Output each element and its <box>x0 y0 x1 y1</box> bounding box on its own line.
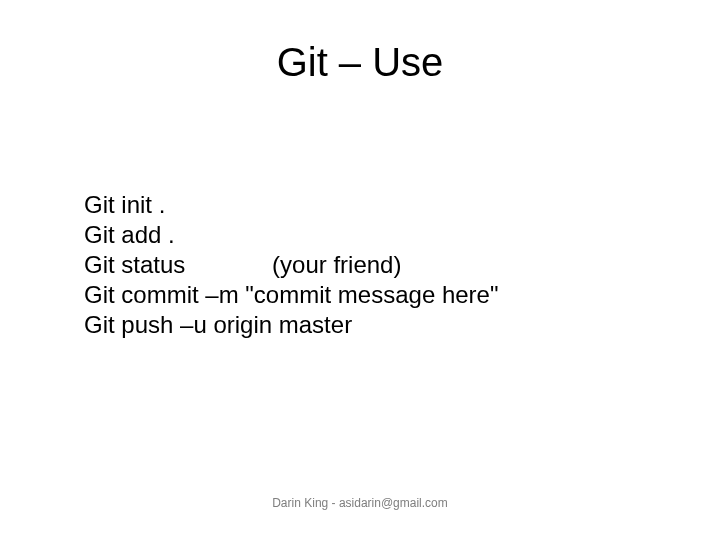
code-line: Git status (your friend) <box>84 250 644 280</box>
slide-title: Git – Use <box>0 40 720 85</box>
slide: Git – Use Git init . Git add . Git statu… <box>0 0 720 540</box>
code-line: Git init . <box>84 190 644 220</box>
code-line: Git commit –m "commit message here" <box>84 280 644 310</box>
slide-footer: Darin King - asidarin@gmail.com <box>0 496 720 510</box>
code-line: Git push –u origin master <box>84 310 644 340</box>
slide-body: Git init . Git add . Git status (your fr… <box>84 190 644 340</box>
code-line: Git add . <box>84 220 644 250</box>
